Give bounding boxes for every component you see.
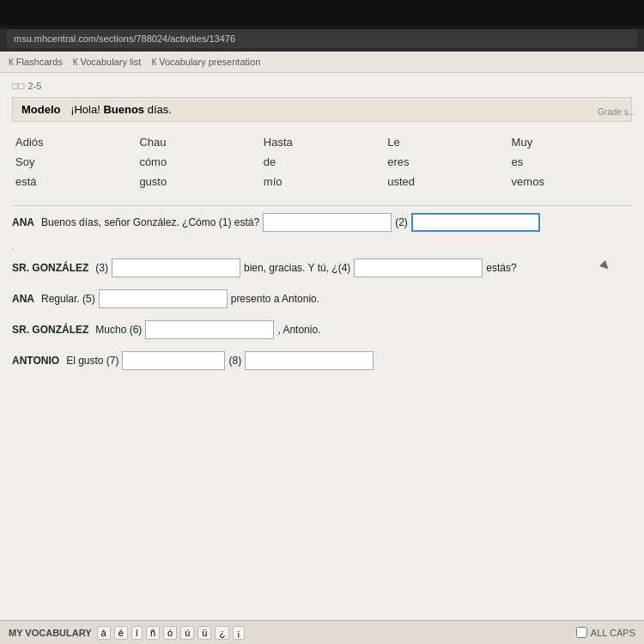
- ana1-text1: Buenos días, señor González. ¿Cómo (1) e…: [41, 216, 259, 228]
- word-chau: Chau: [136, 134, 259, 150]
- antonio1-text1: El gusto (7): [66, 355, 118, 367]
- bottom-bar: MY VOCABULARY á é í ñ ó ú ü ¿ ¡ ALL CAPS: [0, 620, 644, 644]
- ana1-num2: (2): [395, 216, 408, 228]
- gonzalez2-text2: , Antonio.: [277, 324, 320, 336]
- sub-nav-flashcards[interactable]: К Flashcards: [9, 57, 63, 67]
- exercise-row-ana1: ANA Buenos días, señor González. ¿Cómo (…: [12, 213, 632, 232]
- address-bar[interactable]: msu.mhcentral.com/sections/788024/activi…: [7, 29, 637, 48]
- word-bank: Adiós Chau Hasta Le Muy Soy cómo de eres…: [12, 131, 632, 193]
- char-n-tilde[interactable]: ñ: [146, 626, 160, 640]
- section-number: 2-5: [28, 81, 42, 91]
- vocab-pres-label: Vocabulary presentation: [159, 57, 260, 67]
- ana2-text2: presento a Antonio.: [231, 293, 319, 305]
- input-ana1-1[interactable]: [263, 213, 392, 232]
- all-caps-control[interactable]: ALL CAPS: [576, 627, 635, 638]
- speaker-antonio1: ANTONIO: [12, 355, 59, 367]
- word-soy: Soy: [12, 154, 136, 170]
- gonzalez1-text1: bien, gracias. Y tú, ¿(4): [244, 262, 350, 274]
- char-inverted-exclaim[interactable]: ¡: [233, 626, 245, 640]
- special-chars-bar: á é í ñ ó ú ü ¿ ¡: [97, 626, 245, 640]
- word-le: Le: [384, 134, 507, 150]
- vocab-label: MY VOCABULARY: [9, 628, 92, 638]
- word-usted: usted: [384, 173, 507, 190]
- char-o-accent[interactable]: ó: [163, 626, 177, 640]
- word-es: es: [508, 154, 632, 170]
- word-muy: Muy: [508, 134, 632, 150]
- ana2-text1: Regular. (5): [41, 293, 95, 305]
- speaker-ana2: ANA: [12, 293, 34, 305]
- exercise-row-antonio1: ANTONIO El gusto (7) (8): [12, 351, 632, 370]
- modelo-bold-text: Buenos: [103, 103, 144, 116]
- char-e-accent[interactable]: é: [114, 626, 128, 640]
- word-como: cómo: [136, 154, 259, 170]
- word-eres: eres: [384, 154, 507, 170]
- word-de: de: [260, 154, 384, 170]
- char-u-umlaut[interactable]: ü: [197, 626, 211, 640]
- flashcards-label: Flashcards: [16, 57, 63, 67]
- section-icon: □□: [12, 80, 25, 92]
- input-gonzalez2-6[interactable]: [145, 320, 274, 339]
- input-gonzalez1-3[interactable]: [112, 258, 240, 277]
- word-esta: está: [12, 173, 136, 190]
- modelo-text-before: ¡Hola!: [70, 103, 103, 116]
- divider: [12, 205, 632, 206]
- modelo-label: Modelo: [21, 103, 61, 116]
- speaker-ana1: ANA: [12, 216, 34, 228]
- modelo-text-after: días.: [144, 103, 172, 116]
- speaker-gonzalez2: SR. GONZÁLEZ: [12, 324, 88, 336]
- char-u-accent[interactable]: ú: [180, 626, 194, 640]
- modelo-box: Modelo ¡Hola! Buenos días.: [12, 97, 632, 122]
- input-ana1-2[interactable]: [411, 213, 540, 232]
- word-gusto: gusto: [136, 173, 259, 190]
- dot-marker: ·: [12, 244, 632, 253]
- flashcards-icon: К: [9, 58, 14, 67]
- word-hasta: Hasta: [260, 134, 384, 150]
- input-antonio1-8[interactable]: [245, 351, 374, 370]
- word-adios: Adiós: [12, 134, 136, 150]
- exercise-row-gonzalez2: SR. GONZÁLEZ Mucho (6) , Antonio.: [12, 320, 632, 339]
- word-vemos: vemos: [508, 173, 632, 190]
- sub-nav-vocabulary-list[interactable]: К Vocabulary list: [73, 57, 142, 67]
- vocab-list-label: Vocabulary list: [80, 57, 141, 67]
- input-antonio1-7[interactable]: [122, 351, 225, 370]
- exercise-row-gonzalez1: SR. GONZÁLEZ (3) bien, gracias. Y tú, ¿(…: [12, 258, 632, 277]
- sub-nav: К Flashcards К Vocabulary list К Vocabul…: [0, 52, 644, 73]
- char-inverted-question[interactable]: ¿: [215, 626, 229, 640]
- vocab-list-icon: К: [73, 58, 78, 67]
- char-a-accent[interactable]: á: [97, 626, 111, 640]
- vocab-pres-icon: К: [151, 58, 156, 67]
- grade-badge: Grade s...: [598, 107, 635, 117]
- all-caps-checkbox[interactable]: [576, 627, 587, 638]
- char-i-accent[interactable]: í: [131, 626, 143, 640]
- address-text: msu.mhcentral.com/sections/788024/activi…: [14, 33, 235, 44]
- section-label: □□ 2-5: [12, 80, 632, 92]
- antonio1-num8: (8): [228, 355, 241, 367]
- screen-bezel: [0, 0, 644, 26]
- exercise-row-ana2: ANA Regular. (5) presento a Antonio.: [12, 289, 632, 308]
- activity-area: □□ 2-5 Modelo ¡Hola! Buenos días. Adiós …: [0, 73, 644, 389]
- speaker-gonzalez1: SR. GONZÁLEZ: [12, 262, 88, 274]
- gonzalez1-text2: estás?: [486, 262, 516, 274]
- all-caps-label: ALL CAPS: [591, 628, 635, 638]
- gonzalez1-num3: (3): [95, 262, 108, 274]
- input-gonzalez1-4[interactable]: [354, 258, 483, 277]
- gonzalez2-text1: Mucho (6): [95, 324, 142, 336]
- sub-nav-vocabulary-presentation[interactable]: К Vocabulary presentation: [151, 57, 260, 67]
- page-content: К Flashcards К Vocabulary list К Vocabul…: [0, 52, 644, 644]
- word-mio: mío: [260, 173, 384, 190]
- input-ana2-5[interactable]: [99, 289, 228, 308]
